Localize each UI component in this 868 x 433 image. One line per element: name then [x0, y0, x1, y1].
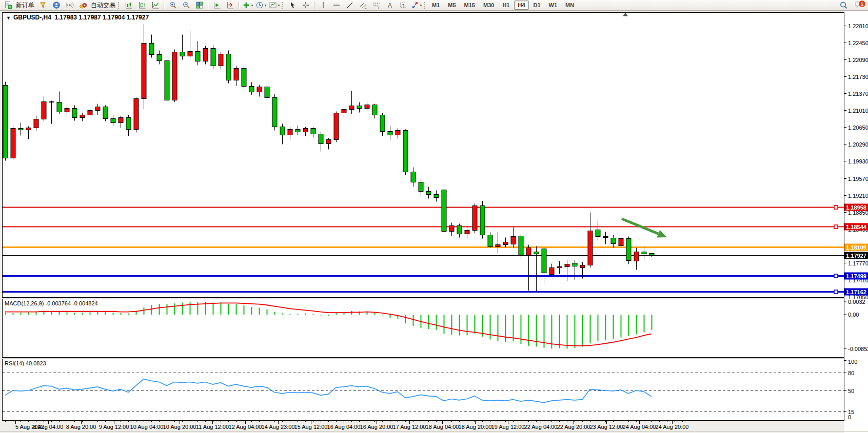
- svg-text:15 Aug 12:00: 15 Aug 12:00: [294, 424, 328, 430]
- hline-handle[interactable]: [834, 225, 838, 229]
- dropdown-caret-icon[interactable]: ▾: [420, 3, 422, 8]
- autotrading-button[interactable]: [76, 1, 90, 10]
- tf-button-H4[interactable]: H4: [514, 1, 528, 10]
- signals-button[interactable]: [63, 1, 76, 10]
- new-order-button[interactable]: [2, 1, 15, 10]
- tf-button-M5[interactable]: M5: [444, 1, 459, 10]
- hline-handle[interactable]: [834, 205, 838, 209]
- horizontal-line-button[interactable]: [330, 1, 343, 10]
- svg-text:1.19210: 1.19210: [848, 193, 868, 199]
- svg-text:8 Aug 20:00: 8 Aug 20:00: [66, 424, 96, 430]
- candle-body: [526, 248, 531, 255]
- tile-windows-button[interactable]: [193, 1, 206, 10]
- templates-button[interactable]: ▾: [268, 1, 281, 10]
- time-axis[interactable]: 5 Aug 20228 Aug 04:008 Aug 20:009 Aug 12…: [6, 421, 689, 430]
- candle-body: [357, 106, 362, 109]
- candlestick-chart-icon: [138, 1, 146, 9]
- vertical-line-icon: [319, 1, 327, 9]
- candle-body: [503, 242, 508, 245]
- candle-body: [265, 87, 269, 98]
- candle-body: [111, 119, 115, 123]
- arrows-button[interactable]: ▾: [410, 1, 423, 10]
- candle-body: [11, 129, 15, 158]
- chart-canvas[interactable]: 1.228101.224501.220901.217301.213701.210…: [0, 11, 868, 433]
- autotrading-label[interactable]: 自动交易: [91, 1, 115, 10]
- indicators-icon: [242, 1, 250, 9]
- candle-body: [611, 238, 616, 244]
- svg-text:1.21730: 1.21730: [848, 74, 868, 80]
- svg-text:14 Aug 23:00: 14 Aug 23:00: [262, 424, 295, 430]
- svg-text:-0.008529: -0.008529: [848, 346, 868, 352]
- chat-button[interactable]: 1: [854, 0, 863, 11]
- svg-text:18 Aug 04:00: 18 Aug 04:00: [426, 424, 459, 430]
- search-button[interactable]: [837, 1, 850, 10]
- macd-panel[interactable]: [3, 299, 844, 358]
- toolbar-drag-handle[interactable]: [424, 2, 426, 9]
- toolbar-drag-handle[interactable]: [118, 2, 121, 9]
- tf-button-D1[interactable]: D1: [530, 1, 544, 10]
- tf-button-W1[interactable]: W1: [545, 1, 561, 10]
- chart-shift-button[interactable]: [224, 1, 237, 10]
- zoom-out-button[interactable]: [180, 1, 193, 10]
- svg-text:12 Aug 04:00: 12 Aug 04:00: [229, 424, 262, 430]
- tf-button-M30[interactable]: M30: [480, 1, 498, 10]
- hline-handle[interactable]: [834, 274, 838, 278]
- hline-handle[interactable]: [834, 290, 838, 294]
- rsi-indicator-label: RSI(14) 40.0823: [5, 360, 46, 366]
- window-expand-icon[interactable]: ▼: [6, 15, 11, 20]
- candle-body: [642, 252, 646, 254]
- vertical-line-button[interactable]: [317, 1, 330, 10]
- tf-button-M1[interactable]: M1: [428, 1, 443, 10]
- new-order-label[interactable]: 新订单: [16, 1, 34, 10]
- dropdown-caret-icon[interactable]: ▾: [278, 3, 280, 8]
- toolbar-separator: [239, 2, 240, 9]
- price-panel[interactable]: [3, 13, 844, 298]
- tf-button-MN[interactable]: MN: [562, 1, 578, 10]
- candle-body: [65, 109, 69, 112]
- cursor-button[interactable]: [286, 1, 299, 10]
- candle-body: [295, 130, 300, 132]
- svg-text:F: F: [378, 6, 380, 9]
- line-chart-button[interactable]: [149, 1, 162, 10]
- candle-body: [511, 237, 516, 244]
- dropdown-caret-icon[interactable]: ▾: [251, 3, 253, 8]
- candle-body: [49, 102, 54, 102]
- candle-body: [134, 99, 139, 130]
- svg-text:1.17162: 1.17162: [846, 289, 866, 295]
- svg-text:1.18109: 1.18109: [846, 244, 866, 251]
- zoom-in-button[interactable]: [166, 1, 180, 10]
- candle-body: [195, 52, 200, 61]
- chart-title-row: ▼GBPUSD-,H4 1.17983 1.17987 1.17904 1.17…: [6, 14, 149, 21]
- tf-button-H1[interactable]: H1: [499, 1, 513, 10]
- community-button[interactable]: [50, 1, 63, 10]
- tf-button-M15[interactable]: M15: [461, 1, 479, 10]
- bar-chart-button[interactable]: [122, 1, 135, 10]
- dropdown-caret-icon[interactable]: ▾: [264, 3, 266, 8]
- candle-body: [249, 87, 254, 92]
- chart-shift-icon: [226, 1, 234, 9]
- indicators-button[interactable]: ▾: [241, 1, 254, 10]
- candle-body: [219, 54, 223, 66]
- candle-body: [203, 49, 208, 61]
- candle-body: [119, 118, 123, 123]
- candlestick-chart-button[interactable]: [135, 1, 149, 10]
- rsi-panel[interactable]: [3, 359, 844, 421]
- candle-body: [534, 252, 539, 254]
- trendline-button[interactable]: [343, 1, 357, 10]
- auto-scroll-button[interactable]: [210, 1, 224, 10]
- candle-body: [157, 55, 162, 61]
- text-button[interactable]: A: [383, 1, 397, 10]
- fibonacci-button[interactable]: F: [370, 1, 383, 10]
- notification-badge[interactable]: 1: [859, 1, 865, 7]
- crosshair-button[interactable]: [299, 1, 312, 10]
- equidistant-channel-button[interactable]: E: [357, 1, 370, 10]
- text-label-button[interactable]: T: [397, 1, 410, 10]
- svg-text:16 Aug 20:00: 16 Aug 20:00: [360, 424, 393, 430]
- candle-body: [242, 69, 246, 87]
- candle-body: [565, 264, 569, 267]
- candle-body: [549, 268, 554, 275]
- periods-button[interactable]: ▾: [254, 1, 268, 10]
- funnel-button[interactable]: [36, 1, 50, 10]
- svg-text:1.18958: 1.18958: [846, 204, 866, 211]
- toolbar-drag-handle[interactable]: [282, 2, 284, 9]
